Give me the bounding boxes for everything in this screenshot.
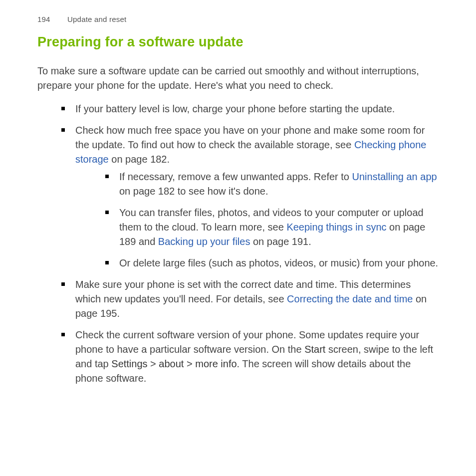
page-header: 194 Update and reset bbox=[37, 15, 439, 23]
list-item-text: If necessary, remove a few unwanted apps… bbox=[119, 171, 352, 182]
list-item-text: on page 182. bbox=[109, 154, 170, 165]
bold-text: more info bbox=[195, 358, 237, 369]
list-item: Or delete large files (such as photos, v… bbox=[105, 256, 439, 270]
bold-text: Start bbox=[304, 344, 325, 355]
list-item-text: Or delete large files (such as photos, v… bbox=[119, 257, 438, 268]
bold-text: about bbox=[159, 358, 184, 369]
link-uninstalling-an-app[interactable]: Uninstalling an app bbox=[352, 171, 437, 182]
sub-bullet-list: If necessary, remove a few unwanted apps… bbox=[75, 170, 439, 270]
list-item: If necessary, remove a few unwanted apps… bbox=[105, 170, 439, 199]
list-item: You can transfer files, photos, and vide… bbox=[105, 206, 439, 249]
list-item-text: If your battery level is low, charge you… bbox=[75, 103, 395, 114]
list-item-text: on page 191. bbox=[250, 236, 311, 247]
link-keeping-things-in-sync[interactable]: Keeping things in sync bbox=[286, 222, 386, 233]
link-backing-up-your-files[interactable]: Backing up your files bbox=[158, 236, 250, 247]
list-item-text: on page 182 to see how it's done. bbox=[119, 186, 268, 197]
intro-paragraph: To make sure a software update can be ca… bbox=[37, 64, 439, 93]
list-item: Check how much free space you have on yo… bbox=[61, 123, 439, 270]
page-title: Preparing for a software update bbox=[37, 34, 439, 50]
list-item: Check the current software version of yo… bbox=[61, 328, 439, 386]
list-item: Make sure your phone is set with the cor… bbox=[61, 277, 439, 321]
page-number: 194 bbox=[37, 15, 50, 23]
section-name: Update and reset bbox=[67, 15, 126, 23]
bullet-list: If your battery level is low, charge you… bbox=[37, 102, 439, 386]
bold-text: Settings bbox=[111, 358, 147, 369]
list-item-text: > bbox=[184, 358, 195, 369]
document-page: 194 Update and reset Preparing for a sof… bbox=[0, 0, 476, 408]
list-item-text: > bbox=[148, 358, 159, 369]
link-correcting-date-time[interactable]: Correcting the date and time bbox=[287, 293, 413, 304]
list-item: If your battery level is low, charge you… bbox=[61, 102, 439, 116]
